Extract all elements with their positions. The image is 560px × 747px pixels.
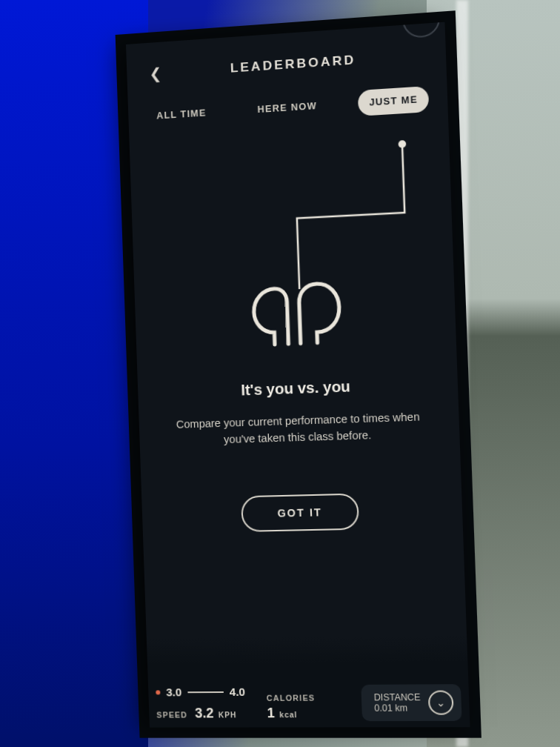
distance-value: 0.01 xyxy=(374,703,393,713)
got-it-button[interactable]: GOT IT xyxy=(241,493,360,531)
metric-calories: CALORIES 1 kcal xyxy=(267,693,316,721)
callout-line xyxy=(147,138,435,281)
incline-dot-icon xyxy=(156,690,160,694)
metric-distance[interactable]: DISTANCE 0.01 km ⌄ xyxy=(361,684,462,721)
background-blue xyxy=(0,0,148,747)
callout-path-icon xyxy=(241,139,415,292)
leaderboard-panel: ❯ LEADERBOARD ALL TIME HERE NOW JUST ME xyxy=(126,22,470,728)
header-row: ❯ LEADERBOARD xyxy=(144,44,427,84)
incline-high: 4.0 xyxy=(229,685,245,698)
tabs: ALL TIME HERE NOW JUST ME xyxy=(146,86,430,130)
incline-line-icon xyxy=(187,691,223,692)
back-icon[interactable]: ❯ xyxy=(144,62,167,84)
tab-just-me[interactable]: JUST ME xyxy=(358,86,429,116)
speed-unit: KPH xyxy=(219,711,237,719)
tab-here-now[interactable]: HERE NOW xyxy=(247,93,328,123)
metrics-bar: 3.0 4.0 SPEED 3.2 KPH CALORIES 1 kcal xyxy=(147,635,470,728)
page-title: LEADERBOARD xyxy=(161,47,427,80)
chevron-down-icon[interactable]: ⌄ xyxy=(428,691,454,715)
distance-unit: km xyxy=(395,703,407,713)
incline-range: 3.0 4.0 xyxy=(156,685,245,699)
distance-label: DISTANCE xyxy=(374,692,421,703)
scene: ❯ LEADERBOARD ALL TIME HERE NOW JUST ME xyxy=(0,0,560,747)
calories-unit: kcal xyxy=(279,711,297,719)
speed-label: SPEED xyxy=(156,710,187,719)
tab-all-time[interactable]: ALL TIME xyxy=(146,99,218,129)
calories-label: CALORIES xyxy=(267,693,316,702)
metric-speed: 3.0 4.0 SPEED 3.2 KPH xyxy=(156,685,246,722)
speed-value: 3.2 xyxy=(195,706,214,720)
calories-value: 1 xyxy=(267,706,275,720)
message-body: Compare your current performance to time… xyxy=(156,408,441,451)
incline-low: 3.0 xyxy=(166,685,182,698)
top-ring-icon xyxy=(401,22,440,39)
message-title: It's you vs. you xyxy=(156,375,439,402)
